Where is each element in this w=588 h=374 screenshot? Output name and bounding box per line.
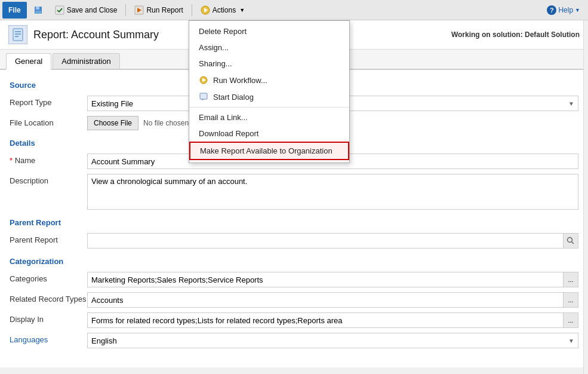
save-close-icon xyxy=(55,5,64,15)
file-name-text: No file chosen xyxy=(143,119,189,127)
related-record-types-input[interactable] xyxy=(87,292,563,308)
description-label: Description xyxy=(10,174,87,185)
description-row: Description xyxy=(10,174,578,210)
help-circle-icon: ? xyxy=(547,5,556,15)
run-workflow-icon xyxy=(199,75,208,85)
menu-item-email-link[interactable]: Email a Link... xyxy=(189,109,349,125)
actions-label: Actions xyxy=(213,6,236,14)
help-label: Help xyxy=(558,6,573,14)
categories-label: Categories xyxy=(10,272,87,283)
tab-administration-label: Administration xyxy=(61,57,110,66)
tab-general-label: General xyxy=(15,57,42,66)
run-report-button[interactable]: Run Report xyxy=(129,2,188,19)
related-record-types-label: Related Record Types xyxy=(10,292,87,304)
actions-button[interactable]: Actions ▼ xyxy=(195,2,250,19)
choose-file-button[interactable]: Choose File xyxy=(87,116,138,130)
right-scrollbar xyxy=(583,20,588,374)
page-title: Report: Account Summary xyxy=(33,29,159,41)
menu-item-start-dialog[interactable]: Start Dialog xyxy=(189,88,349,105)
save-disk-icon xyxy=(33,5,43,15)
menu-item-run-workflow[interactable]: Run Workflow... xyxy=(189,72,349,88)
report-type-arrow-icon: ▼ xyxy=(568,100,574,107)
languages-select[interactable]: English ▼ xyxy=(87,333,578,348)
solution-label: Working on solution: Default Solution xyxy=(451,30,580,39)
start-dialog-icon xyxy=(199,92,208,102)
languages-label: Languages xyxy=(10,333,87,344)
languages-value: English xyxy=(91,336,117,345)
display-in-ellipsis-button[interactable]: ... xyxy=(563,312,578,328)
menu-separator xyxy=(189,107,349,108)
assign-label: Assign... xyxy=(199,43,229,52)
help-chevron-icon: ▼ xyxy=(575,7,580,13)
svg-rect-14 xyxy=(13,29,23,41)
svg-rect-2 xyxy=(35,11,41,14)
start-dialog-label: Start Dialog xyxy=(213,93,254,102)
download-report-label: Download Report xyxy=(199,129,258,138)
save-icon-button[interactable] xyxy=(28,2,48,19)
toolbar: File Save and Close Run Report Actions ▼… xyxy=(0,0,588,20)
search-icon xyxy=(567,237,575,245)
related-record-types-row: Related Record Types ... xyxy=(10,292,578,308)
parent-report-row: Parent Report xyxy=(10,233,578,249)
related-record-types-ellipsis-button[interactable]: ... xyxy=(563,292,578,308)
report-type-value: Existing File xyxy=(91,99,133,108)
help-button[interactable]: ? Help ▼ xyxy=(541,3,586,17)
actions-dropdown-menu: Delete Report Assign... Sharing... Run W… xyxy=(189,20,350,163)
report-type-label: Report Type xyxy=(10,96,87,107)
save-close-label: Save and Close xyxy=(67,6,118,14)
categorization-section-header: Categorization xyxy=(10,257,578,266)
parent-report-label: Parent Report xyxy=(10,233,87,244)
file-button[interactable]: File xyxy=(2,2,27,19)
categories-ellipsis-button[interactable]: ... xyxy=(563,272,578,287)
svg-point-18 xyxy=(568,238,572,243)
languages-row: Languages English ▼ xyxy=(10,333,578,348)
run-workflow-label: Run Workflow... xyxy=(213,76,267,85)
languages-arrow-icon: ▼ xyxy=(568,338,574,344)
file-location-label: File Location xyxy=(10,116,87,127)
report-icon xyxy=(8,25,27,44)
save-close-button[interactable]: Save and Close xyxy=(50,2,123,19)
svg-line-19 xyxy=(572,242,574,244)
display-in-input[interactable] xyxy=(87,312,563,328)
parent-report-input[interactable] xyxy=(87,233,563,249)
tab-administration[interactable]: Administration xyxy=(53,53,119,69)
categories-row: Categories ... xyxy=(10,272,578,287)
svg-rect-1 xyxy=(36,7,39,10)
name-label: Name xyxy=(10,154,87,165)
description-textarea[interactable] xyxy=(87,174,578,210)
toolbar-separator xyxy=(125,4,126,16)
run-report-icon xyxy=(134,5,144,15)
menu-item-assign[interactable]: Assign... xyxy=(189,39,349,56)
svg-marker-13 xyxy=(202,99,204,100)
toolbar-separator-2 xyxy=(192,4,192,16)
svg-rect-3 xyxy=(56,6,64,14)
run-report-label: Run Report xyxy=(146,6,183,14)
menu-item-make-available[interactable]: Make Report Available to Organization xyxy=(189,142,349,160)
parent-report-search-button[interactable] xyxy=(563,233,578,249)
sharing-label: Sharing... xyxy=(199,59,232,68)
menu-item-download-report[interactable]: Download Report xyxy=(189,125,349,142)
menu-item-delete-report[interactable]: Delete Report xyxy=(189,23,349,39)
delete-report-label: Delete Report xyxy=(199,27,247,36)
categories-input[interactable] xyxy=(87,272,563,287)
make-available-label: Make Report Available to Organization xyxy=(200,146,333,155)
svg-rect-12 xyxy=(200,93,207,99)
tab-general[interactable]: General xyxy=(6,53,51,70)
display-in-label: Display In xyxy=(10,312,87,324)
actions-icon xyxy=(201,5,210,15)
page-title-area: Report: Account Summary xyxy=(8,25,159,44)
display-in-row: Display In ... xyxy=(10,312,578,328)
email-link-label: Email a Link... xyxy=(199,113,248,122)
parent-report-section-header: Parent Report xyxy=(10,218,578,227)
menu-item-sharing[interactable]: Sharing... xyxy=(189,56,349,72)
actions-chevron-icon: ▼ xyxy=(239,7,245,13)
